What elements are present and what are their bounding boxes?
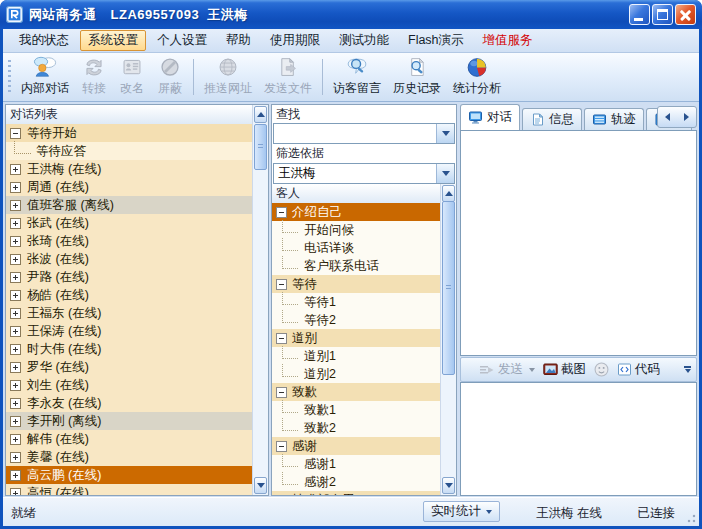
collapse-icon[interactable] xyxy=(276,333,287,344)
expand-icon[interactable] xyxy=(10,416,21,427)
filter-combobox[interactable]: 王洪梅 xyxy=(273,163,455,184)
list-item[interactable]: 等待应答 xyxy=(6,142,252,160)
resize-grip[interactable] xyxy=(684,511,696,523)
expand-icon[interactable] xyxy=(10,344,21,355)
scroll-up-icon[interactable] xyxy=(254,106,267,123)
collapse-icon[interactable] xyxy=(276,495,287,496)
expand-icon[interactable] xyxy=(10,218,21,229)
minimize-button[interactable] xyxy=(629,4,650,25)
collapse-icon[interactable] xyxy=(10,128,21,139)
tab-dialog[interactable]: 对话 xyxy=(460,104,520,130)
expand-icon[interactable] xyxy=(10,326,21,337)
expand-icon[interactable] xyxy=(10,308,21,319)
internal-chat-button[interactable]: 内部对话 xyxy=(15,53,75,101)
list-item[interactable]: 刘生 (在线) xyxy=(6,376,252,394)
tree-item[interactable]: 感谢1 xyxy=(272,455,440,473)
expand-icon[interactable] xyxy=(10,362,21,373)
list-item[interactable]: 王洪梅 (在线) xyxy=(6,160,252,178)
screenshot-button[interactable]: 截图 xyxy=(539,361,590,378)
menu-personal-settings[interactable]: 个人设置 xyxy=(149,30,215,51)
tree-group[interactable]: 道别 xyxy=(272,329,440,347)
tree-item[interactable]: 致歉1 xyxy=(272,401,440,419)
expand-icon[interactable] xyxy=(10,254,21,265)
tree-item[interactable]: 道别1 xyxy=(272,347,440,365)
tree-item[interactable]: 感谢2 xyxy=(272,473,440,491)
expand-icon[interactable] xyxy=(10,398,21,409)
list-item[interactable]: 李永友 (在线) xyxy=(6,394,252,412)
scroll-up-icon[interactable] xyxy=(442,185,455,202)
toolbar-overflow-button[interactable] xyxy=(684,366,693,373)
tree-item[interactable]: 电话详谈 xyxy=(272,239,440,257)
list-item[interactable]: 高恒 (在线) xyxy=(6,484,252,495)
menu-usage-period[interactable]: 使用期限 xyxy=(262,30,328,51)
filter-combobox-value[interactable]: 王洪梅 xyxy=(274,164,436,183)
visitor-message-button[interactable]: 访客留言 xyxy=(327,53,387,101)
list-item[interactable]: 周通 (在线) xyxy=(6,178,252,196)
list-item[interactable]: 时大伟 (在线) xyxy=(6,340,252,358)
emoticon-button[interactable] xyxy=(590,362,613,377)
chevron-down-icon[interactable] xyxy=(436,124,454,143)
list-item-selected[interactable]: 高云鹏 (在线) xyxy=(6,466,252,484)
tab-scroll-right-icon[interactable] xyxy=(684,113,689,121)
scrollbar-thumb[interactable] xyxy=(442,201,455,375)
menu-value-added[interactable]: 增值服务 xyxy=(475,30,541,51)
tree-item[interactable]: 客户联系电话 xyxy=(272,257,440,275)
expand-icon[interactable] xyxy=(10,290,21,301)
list-item[interactable]: 李开刚 (离线) xyxy=(6,412,252,430)
expand-icon[interactable] xyxy=(10,200,21,211)
maximize-button[interactable] xyxy=(652,4,673,25)
scrollbar-thumb[interactable] xyxy=(254,124,267,170)
message-input-area[interactable] xyxy=(460,382,697,496)
send-file-button[interactable]: 发送文件 xyxy=(258,53,318,101)
list-item[interactable]: 尹路 (在线) xyxy=(6,268,252,286)
history-button[interactable]: 历史记录 xyxy=(387,53,447,101)
transfer-button[interactable]: 转接 xyxy=(75,53,113,101)
list-item[interactable]: 张琦 (在线) xyxy=(6,232,252,250)
collapse-icon[interactable] xyxy=(276,279,287,290)
list-item[interactable]: 王福东 (在线) xyxy=(6,304,252,322)
code-button[interactable]: 代码 xyxy=(613,361,664,378)
list-item[interactable]: 解伟 (在线) xyxy=(6,430,252,448)
tree-group[interactable]: 致歉 xyxy=(272,383,440,401)
collapse-icon[interactable] xyxy=(276,387,287,398)
search-combobox-value[interactable] xyxy=(274,124,436,143)
list-item[interactable]: 姜馨 (在线) xyxy=(6,448,252,466)
list-item[interactable]: 张武 (在线) xyxy=(6,214,252,232)
tree-group[interactable]: 等待 xyxy=(272,275,440,293)
tree-item[interactable]: 开始问候 xyxy=(272,221,440,239)
list-item[interactable]: 值班客服 (离线) xyxy=(6,196,252,214)
tree-group[interactable]: 技术部专用 xyxy=(272,491,440,495)
rename-button[interactable]: 改名 xyxy=(113,53,151,101)
tree-item[interactable]: 等待1 xyxy=(272,293,440,311)
menu-help[interactable]: 帮助 xyxy=(218,30,259,51)
expand-icon[interactable] xyxy=(10,182,21,193)
expand-icon[interactable] xyxy=(10,380,21,391)
tab-scroll-left-icon[interactable] xyxy=(665,113,670,121)
list-item[interactable]: 等待开始 xyxy=(6,124,252,142)
expand-icon[interactable] xyxy=(10,272,21,283)
push-url-button[interactable]: 推送网址 xyxy=(198,53,258,101)
menu-flash-demo[interactable]: Flash演示 xyxy=(400,30,472,51)
tab-track[interactable]: 轨迹 xyxy=(584,108,644,130)
scroll-down-icon[interactable] xyxy=(254,477,267,494)
send-button[interactable]: 发送 xyxy=(475,361,539,378)
tree-group[interactable]: 感谢 xyxy=(272,437,440,455)
statistics-button[interactable]: 统计分析 xyxy=(447,53,507,101)
menu-my-status[interactable]: 我的状态 xyxy=(11,30,77,51)
tab-info[interactable]: 信息 xyxy=(522,108,582,130)
scroll-down-icon[interactable] xyxy=(442,477,455,494)
toolbar-grip[interactable] xyxy=(8,60,11,94)
expand-icon[interactable] xyxy=(10,452,21,463)
list-item[interactable]: 杨皓 (在线) xyxy=(6,286,252,304)
send-dropdown-icon[interactable] xyxy=(529,368,535,372)
tab-scroll-buttons[interactable] xyxy=(657,106,697,128)
expand-icon[interactable] xyxy=(10,236,21,247)
collapse-icon[interactable] xyxy=(276,441,287,452)
tree-item[interactable]: 致歉2 xyxy=(272,419,440,437)
search-combobox[interactable] xyxy=(273,123,455,144)
realtime-stats-button[interactable]: 实时统计 xyxy=(423,501,500,522)
tree-item[interactable]: 等待2 xyxy=(272,311,440,329)
close-button[interactable] xyxy=(675,4,696,25)
expand-icon[interactable] xyxy=(10,434,21,445)
reply-tree-scrollbar[interactable] xyxy=(440,184,456,495)
